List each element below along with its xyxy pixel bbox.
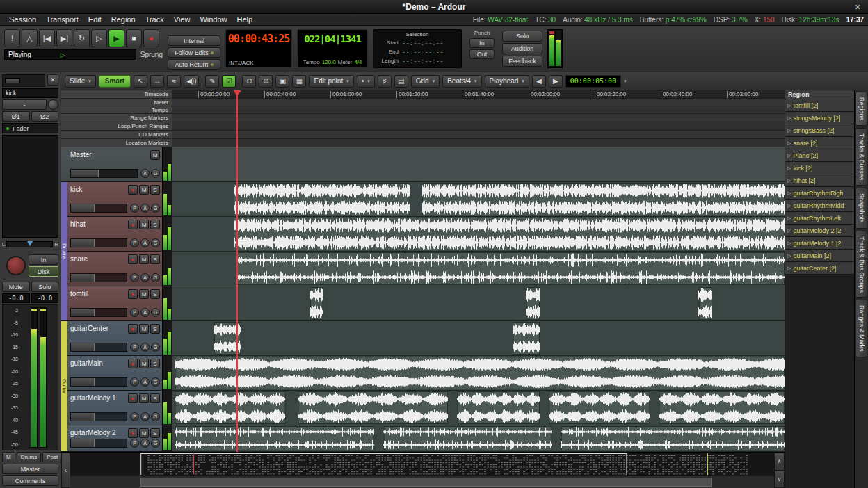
loop-button[interactable]: ↻ [74, 29, 90, 47]
smart-mode-button[interactable]: Smart [99, 75, 131, 88]
metronome-button[interactable]: △ [22, 29, 38, 47]
record-arm-button[interactable]: ● [128, 393, 138, 403]
ruler-lane-loop-punch-ranges[interactable] [172, 122, 785, 131]
track-lane-guitarcenter[interactable] [172, 321, 785, 356]
mute-button[interactable]: M [139, 220, 149, 229]
track-lane-master[interactable] [172, 147, 785, 182]
strip-name[interactable]: kick [2, 88, 58, 98]
g-button[interactable]: G [151, 343, 160, 352]
zoom-fit-button[interactable]: ▣ [275, 75, 289, 88]
master-button[interactable]: Master [2, 464, 58, 474]
g-button[interactable]: G [151, 308, 160, 317]
group-strip-guitar[interactable]: Guitar [61, 321, 67, 452]
record-arm-button[interactable]: ● [128, 220, 138, 229]
track-header-guitarmain[interactable]: guitarMain●MSPAG [61, 356, 172, 391]
g-button[interactable]: G [151, 377, 160, 387]
mute-button[interactable]: M [139, 254, 149, 264]
grid-mode-dropdown[interactable]: Grid▾ [411, 75, 440, 88]
g-button[interactable]: G [151, 439, 160, 448]
side-tab-ranges-marks[interactable]: Ranges & Marks [855, 300, 867, 357]
meter-value[interactable]: 4/4 [354, 59, 362, 65]
ruler-lane-meter[interactable] [172, 99, 785, 106]
ruler-lane-range-markers[interactable] [172, 114, 785, 122]
menu-edit[interactable]: Edit [83, 15, 106, 24]
snap-grid-button[interactable]: ▤ [394, 75, 408, 88]
region-list-item[interactable]: ▷snare [2] [785, 137, 854, 149]
region-list-item[interactable]: ▷guitarMelody 1 [2 [785, 237, 854, 250]
region-list-item[interactable]: ▷kick [2] [785, 162, 854, 174]
mute-button[interactable]: M [139, 289, 149, 299]
playhead-marker-icon[interactable] [233, 90, 241, 96]
p-button[interactable]: P [130, 377, 139, 387]
sync-source[interactable]: INT/JACK [227, 60, 290, 66]
track-header-hihat[interactable]: hihat●MSPAG [61, 217, 172, 252]
ruler-lane-cd-markers[interactable] [172, 131, 785, 139]
mixer-tab-m[interactable]: M [2, 452, 15, 462]
menu-view[interactable]: View [169, 15, 195, 24]
peak-display[interactable]: -0.0 [31, 293, 59, 303]
secondary-clock[interactable]: 022|04|1341 Tempo 120.0 Meter 4/4 [297, 29, 368, 68]
record-arm-button[interactable]: ● [128, 324, 138, 334]
processor-box[interactable] [2, 135, 58, 238]
draw-tool-button[interactable]: ✎ [205, 75, 219, 88]
grid-unit-dropdown[interactable]: Beats/4▾ [442, 75, 481, 88]
side-tab-regions[interactable]: Regions [855, 92, 867, 126]
solo-button[interactable]: S [150, 220, 160, 229]
strip-close-icon[interactable]: ✕ [47, 74, 58, 86]
shuttle-mode[interactable]: Sprung [140, 51, 163, 58]
track-lane-guitarmain[interactable] [172, 356, 785, 391]
range-tool-button[interactable]: ↔ [150, 75, 164, 88]
mixer-tab-drums[interactable]: Drums [17, 452, 42, 462]
mute-button[interactable]: M [150, 150, 160, 160]
region-list-item[interactable]: ▷guitarMelody 2 [2 [785, 225, 854, 237]
mute-button[interactable]: M [139, 428, 149, 438]
track-header-guitarcenter[interactable]: guitarCenter●MSPAG [61, 321, 172, 356]
scroll-up-button[interactable]: ∧ [774, 453, 785, 471]
gain-display[interactable]: -0.0 [2, 293, 30, 303]
pan-control[interactable]: L R [2, 239, 58, 250]
track-lane-hihat[interactable] [172, 217, 785, 252]
gain-fader[interactable] [70, 412, 127, 421]
zoom-toggle-button[interactable]: ▦ [292, 75, 306, 88]
gain-fader[interactable] [70, 308, 127, 317]
gain-fader[interactable] [70, 343, 127, 352]
zoom-in-button[interactable]: ⊕ [259, 75, 273, 88]
input-button[interactable]: In [29, 254, 58, 265]
menu-help[interactable]: Help [232, 15, 258, 24]
scroll-down-button[interactable]: ∨ [774, 471, 785, 488]
gain-fader[interactable] [70, 204, 127, 213]
track-header-tomfill[interactable]: tomfill●MSPAG [61, 286, 172, 321]
pan-handle-icon[interactable] [27, 241, 33, 246]
p-button[interactable]: P [130, 204, 139, 213]
mute-button[interactable]: Mute [2, 282, 30, 292]
a-button[interactable]: A [140, 204, 150, 213]
p-button[interactable]: P [130, 439, 139, 448]
midi-panic-button[interactable]: ! [4, 29, 20, 47]
p-button[interactable]: P [130, 308, 139, 317]
play-selection-button[interactable]: ▷ [91, 29, 107, 47]
nudge-clock[interactable]: 00:00:05:00 [565, 75, 621, 88]
mini-fader[interactable] [5, 78, 20, 83]
feedback-button[interactable]: Feedback [502, 56, 542, 67]
transport-mode-auto-return[interactable]: Auto Return [168, 59, 220, 70]
editor-mixer-widget[interactable] [2, 74, 45, 87]
internal-edit-button[interactable]: ☑ [222, 75, 236, 88]
mute-button[interactable]: M [139, 359, 149, 368]
mute-button[interactable]: M [139, 185, 149, 195]
track-lane-snare[interactable] [172, 252, 785, 286]
audition-button[interactable]: Audition [502, 43, 542, 54]
gain-fader[interactable] [70, 439, 127, 448]
record-arm-button[interactable]: ● [128, 289, 138, 299]
p-button[interactable]: P [130, 343, 139, 352]
fader-selector[interactable]: Fader [2, 123, 58, 133]
region-list-item[interactable]: ▷guitarCenter [2] [785, 262, 854, 275]
g-button[interactable]: G [151, 204, 160, 213]
solo-button[interactable]: S [150, 393, 160, 403]
a-button[interactable]: A [140, 238, 150, 247]
scroll-left-button[interactable]: ‹ [61, 453, 70, 488]
track-lane-guitarmelody-2[interactable] [172, 425, 785, 452]
solo-button[interactable]: S [150, 185, 160, 195]
region-list-item[interactable]: ▷hihat [2] [785, 174, 854, 187]
goto-start-button[interactable]: |◀ [39, 29, 55, 47]
g-button[interactable]: G [151, 273, 160, 282]
